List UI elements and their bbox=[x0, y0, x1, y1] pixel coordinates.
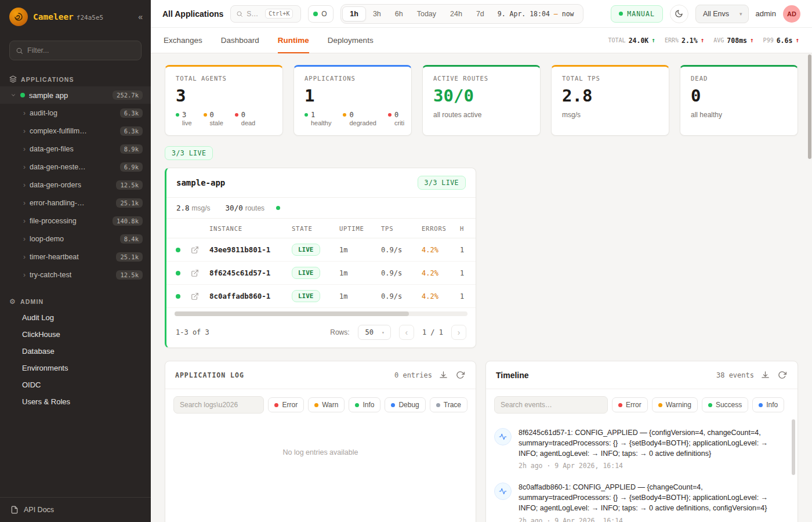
sidebar-item-oidc[interactable]: OIDC bbox=[0, 376, 151, 393]
sidebar-collapse-button[interactable]: « bbox=[138, 12, 143, 21]
chevron-down-icon bbox=[10, 92, 16, 98]
sidebar-tree-item-data-gen-files[interactable]: › data-gen-files 8.9k bbox=[0, 140, 151, 158]
sidebar-tree-item-file-processing[interactable]: › file-processing 140.8k bbox=[0, 212, 151, 230]
environment-select[interactable]: All Envs ▾ bbox=[695, 5, 749, 23]
sidebar-tree-item-audit-log[interactable]: › audit-log 6.3k bbox=[0, 104, 151, 122]
filter-label: Error bbox=[626, 401, 641, 409]
tab-exchanges[interactable]: Exchanges bbox=[164, 28, 202, 53]
log-filter-trace[interactable]: Trace bbox=[430, 397, 467, 412]
metric-value: 2.1% bbox=[682, 37, 698, 45]
timeline-filter-info[interactable]: Info bbox=[752, 397, 784, 412]
tab-runtime[interactable]: Runtime bbox=[278, 28, 309, 53]
filter-input[interactable] bbox=[27, 46, 135, 55]
stat-card-title: ACTIVE ROUTES bbox=[433, 75, 530, 82]
sidebar-tree-item-error-handling[interactable]: › error-handling-… 25.1k bbox=[0, 194, 151, 212]
search-icon bbox=[236, 10, 243, 17]
status-dot-live bbox=[176, 294, 180, 299]
api-docs-link[interactable]: API Docs bbox=[0, 497, 151, 522]
next-page-button[interactable]: › bbox=[451, 325, 466, 340]
timeline-filter-success[interactable]: Success bbox=[702, 397, 748, 412]
sidebar-tree-item-complex-fulfillment[interactable]: › complex-fulfillm… 6.3k bbox=[0, 122, 151, 140]
timeline-filter-error[interactable]: Error bbox=[612, 397, 648, 412]
log-filter-error[interactable]: Error bbox=[268, 397, 304, 412]
time-range-24h[interactable]: 24h bbox=[443, 7, 469, 21]
log-search-input[interactable] bbox=[180, 401, 258, 409]
admin-section-header: ⚙ ADMIN bbox=[0, 293, 151, 309]
count-badge: 6.3k bbox=[120, 108, 143, 118]
tree-item-label: try-catch-test bbox=[30, 271, 71, 279]
table-row-instance[interactable]: 43ee9811b801-1 LIVE 1m 0.9/s 4.2% 1 bbox=[166, 238, 476, 262]
timeline-scrollbar-thumb[interactable] bbox=[792, 419, 795, 475]
log-filter-info[interactable]: Info bbox=[349, 397, 380, 412]
refresh-icon[interactable] bbox=[777, 369, 788, 380]
timeline-filter-warning[interactable]: Warning bbox=[652, 397, 698, 412]
info-dot bbox=[759, 403, 763, 407]
global-search-input[interactable] bbox=[246, 10, 262, 18]
sidebar-tree-item-data-gen-nested[interactable]: › data-gen-neste… 6.9k bbox=[0, 158, 151, 176]
sidebar-tree-item-try-catch-test[interactable]: › try-catch-test 12.5k bbox=[0, 266, 151, 284]
page-scrollbar-thumb[interactable] bbox=[808, 55, 811, 159]
timeline-search[interactable] bbox=[494, 396, 608, 414]
download-icon[interactable] bbox=[438, 369, 449, 380]
global-search[interactable]: Ctrl+K bbox=[230, 5, 301, 23]
breakdown-label: healthy bbox=[311, 119, 331, 126]
download-icon[interactable] bbox=[760, 369, 771, 380]
sidebar-tree-item-data-gen-orders[interactable]: › data-gen-orders 12.5k bbox=[0, 176, 151, 194]
tab-dashboard[interactable]: Dashboard bbox=[221, 28, 259, 53]
time-range-6h[interactable]: 6h bbox=[388, 7, 410, 21]
sidebar-item-environments[interactable]: Environments bbox=[0, 360, 151, 376]
sidebar-tree-item-timer-heartbeat[interactable]: › timer-heartbeat 25.1k bbox=[0, 248, 151, 266]
online-status-chip[interactable]: O bbox=[308, 5, 334, 23]
sidebar-item-sample-app[interactable]: sample app 252.7k bbox=[0, 86, 151, 104]
stat-card-subtitle: all routes active bbox=[433, 111, 530, 119]
log-filter-debug[interactable]: Debug bbox=[385, 397, 425, 412]
instance-id: 43ee9811b801-1 bbox=[209, 245, 292, 254]
tree-item-label: audit-log bbox=[30, 109, 57, 117]
sidebar-item-clickhouse[interactable]: ClickHouse bbox=[0, 326, 151, 343]
log-filter-warn[interactable]: Warn bbox=[308, 397, 345, 412]
sidebar-item-users-roles[interactable]: Users & Roles bbox=[0, 393, 151, 410]
prev-page-button[interactable]: ‹ bbox=[399, 325, 414, 340]
log-empty-message: No log entries available bbox=[165, 448, 476, 456]
log-search[interactable] bbox=[173, 396, 264, 414]
row-range-label: 1-3 of 3 bbox=[176, 328, 209, 336]
date-range-display[interactable]: 9. Apr. 18:04 — now bbox=[491, 10, 582, 18]
sidebar-tree-item-loop-demo[interactable]: › loop-demo 8.4k bbox=[0, 230, 151, 248]
horizontal-scrollbar-thumb[interactable] bbox=[175, 311, 409, 316]
refresh-icon[interactable] bbox=[455, 369, 466, 380]
app-tps-unit: msg/s bbox=[192, 204, 211, 212]
count-badge: 140.8k bbox=[113, 216, 143, 226]
manual-mode-button[interactable]: MANUAL bbox=[611, 5, 663, 23]
filter-label: Warning bbox=[666, 401, 691, 409]
environment-select-value: All Envs bbox=[703, 10, 729, 18]
sidebar-item-database[interactable]: Database bbox=[0, 343, 151, 360]
tps-value: 0.9/s bbox=[381, 292, 422, 300]
sidebar-header: Cameleerf24a5e5 « bbox=[0, 0, 151, 34]
timeline-search-input[interactable] bbox=[501, 401, 601, 409]
sidebar-item-audit-log[interactable]: Audit Log bbox=[0, 309, 151, 326]
live-summary-chip[interactable]: 3/3 LIVE bbox=[165, 146, 213, 160]
external-link-icon[interactable] bbox=[191, 292, 209, 300]
sidebar-filter[interactable] bbox=[9, 41, 142, 60]
dark-mode-toggle[interactable] bbox=[670, 5, 688, 23]
breakdown-healthy: 1 healthy bbox=[304, 111, 331, 126]
count-badge: 8.4k bbox=[120, 234, 143, 244]
timeline-event[interactable]: 8f6245c61d57-1: CONFIG_APPLIED — {config… bbox=[494, 422, 788, 476]
table-row-instance[interactable]: 8c0affadb860-1 LIVE 1m 0.9/s 4.2% 1 bbox=[166, 285, 476, 308]
time-range-7d[interactable]: 7d bbox=[469, 7, 491, 21]
table-row-instance[interactable]: 8f6245c61d57-1 LIVE 1m 0.9/s 4.2% 1 bbox=[166, 262, 476, 285]
tab-deployments[interactable]: Deployments bbox=[328, 28, 374, 53]
time-range-1h[interactable]: 1h bbox=[342, 6, 366, 21]
stat-card-total-agents: TOTAL AGENTS 3 3 live 0 stale 0 dead bbox=[165, 65, 283, 136]
rows-per-page-select[interactable]: 50 ▾ bbox=[358, 325, 391, 340]
external-link-icon[interactable] bbox=[191, 246, 209, 254]
external-link-icon[interactable] bbox=[191, 269, 209, 277]
instance-id: 8f6245c61d57-1 bbox=[209, 269, 292, 277]
time-range-3h[interactable]: 3h bbox=[366, 7, 388, 21]
time-range-today[interactable]: Today bbox=[410, 7, 443, 21]
timeline-event[interactable]: 8c0affadb860-1: CONFIG_APPLIED — {change… bbox=[494, 476, 788, 522]
user-avatar[interactable]: AD bbox=[783, 5, 800, 23]
heap-value: 1 bbox=[460, 292, 476, 300]
trend-up-icon: ↑ bbox=[651, 37, 655, 44]
info-dot bbox=[355, 403, 359, 407]
